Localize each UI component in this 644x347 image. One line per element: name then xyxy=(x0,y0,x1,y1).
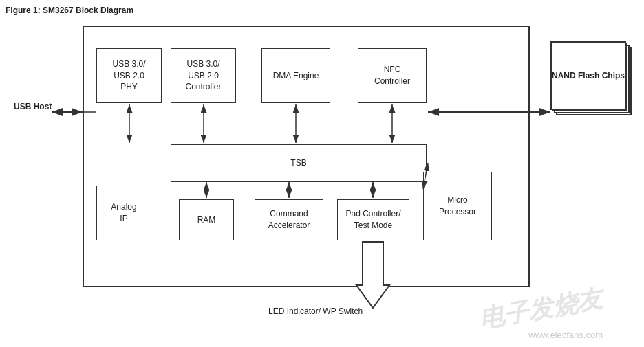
usb-phy-label: USB 3.0/ USB 2.0 PHY xyxy=(112,58,145,93)
usb-ctrl-label: USB 3.0/ USB 2.0 Controller xyxy=(185,58,221,93)
nand-page-front: NAND Flash Chips xyxy=(550,41,626,110)
usb-phy-box: USB 3.0/ USB 2.0 PHY xyxy=(96,48,162,103)
ram-box: RAM xyxy=(179,199,234,240)
usb-host-label: USB Host xyxy=(14,102,52,111)
led-indicator-label: LED Indicator/ WP Switch xyxy=(268,306,363,317)
pad-controller-label: Pad Controller/ Test Mode xyxy=(345,208,400,232)
dma-box: DMA Engine xyxy=(261,48,330,103)
nfc-label: NFC Controller xyxy=(374,64,410,87)
pad-controller-box: Pad Controller/ Test Mode xyxy=(337,199,409,240)
command-accelerator-label: Command Accelerator xyxy=(268,208,310,232)
figure-title: Figure 1: SM3267 Block Diagram xyxy=(6,5,133,15)
command-accelerator-box: Command Accelerator xyxy=(255,199,323,240)
watermark-text: 电子发烧友 xyxy=(477,282,605,337)
ram-label: RAM xyxy=(197,214,216,226)
tsb-box: TSB xyxy=(171,144,427,182)
dma-label: DMA Engine xyxy=(273,70,319,82)
analog-ip-box: Analog IP xyxy=(96,186,151,240)
nfc-box: NFC Controller xyxy=(358,48,427,103)
analog-ip-label: Analog IP xyxy=(111,201,136,225)
nand-label: NAND Flash Chips xyxy=(552,70,625,82)
watermark-url: www.elecfans.com xyxy=(528,330,603,340)
micro-processor-label: Micro Processor xyxy=(439,194,476,218)
tsb-label: TSB xyxy=(290,157,306,169)
usb-ctrl-box: USB 3.0/ USB 2.0 Controller xyxy=(171,48,236,103)
micro-processor-box: Micro Processor xyxy=(423,172,492,240)
